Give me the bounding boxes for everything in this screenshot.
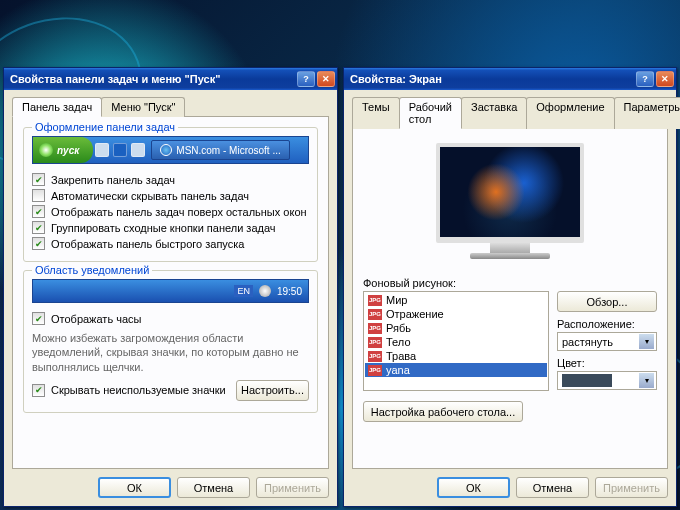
taskbar-checkbox-2[interactable] bbox=[32, 205, 45, 218]
window-title: Свойства панели задач и меню "Пуск" bbox=[10, 73, 295, 85]
background-item-label: Тело bbox=[386, 336, 411, 348]
taskbar-properties-window: Свойства панели задач и меню "Пуск" ? ✕ … bbox=[3, 67, 338, 507]
tab-desktop[interactable]: Рабочий стол bbox=[399, 97, 462, 129]
checkbox-label: Скрывать неиспользуемые значки bbox=[51, 384, 230, 396]
desktop-settings-button[interactable]: Настройка рабочего стола... bbox=[363, 401, 523, 422]
ie-icon bbox=[160, 144, 172, 156]
taskbar-checkbox-1[interactable] bbox=[32, 189, 45, 202]
configure-button[interactable]: Настроить... bbox=[236, 380, 309, 401]
color-swatch bbox=[562, 374, 612, 387]
background-item-label: Мир bbox=[386, 294, 407, 306]
checkbox-label: Закрепить панель задач bbox=[51, 174, 175, 186]
quicklaunch-icon bbox=[131, 143, 145, 157]
ok-button[interactable]: ОК bbox=[98, 477, 171, 498]
window-title: Свойства: Экран bbox=[350, 73, 634, 85]
monitor-preview bbox=[436, 143, 584, 267]
clock-time: 19:50 bbox=[277, 286, 302, 297]
ok-button[interactable]: ОК bbox=[437, 477, 510, 498]
checkbox-label: Отображать часы bbox=[51, 313, 141, 325]
tab-taskbar[interactable]: Панель задач bbox=[12, 97, 102, 117]
hide-unused-checkbox[interactable] bbox=[32, 384, 45, 397]
checkbox-label: Автоматически скрывать панель задач bbox=[51, 190, 249, 202]
background-item[interactable]: JPGТело bbox=[365, 335, 547, 349]
background-label: Фоновый рисунок: bbox=[363, 277, 657, 289]
notification-area-group: Область уведомлений EN 19:50 Отображать … bbox=[23, 270, 318, 413]
color-label: Цвет: bbox=[557, 357, 657, 369]
group-title: Оформление панели задач bbox=[32, 121, 178, 133]
titlebar-right[interactable]: Свойства: Экран ? ✕ bbox=[344, 68, 676, 90]
chevron-down-icon: ▾ bbox=[639, 373, 654, 388]
cancel-button[interactable]: Отмена bbox=[177, 477, 250, 498]
checkbox-label: Отображать панель задач поверх остальных… bbox=[51, 206, 307, 218]
background-item[interactable]: JPGРябь bbox=[365, 321, 547, 335]
apply-button[interactable]: Применить bbox=[256, 477, 329, 498]
background-item[interactable]: JPGyana bbox=[365, 363, 547, 377]
apply-button[interactable]: Применить bbox=[595, 477, 668, 498]
taskbar-preview: пуск MSN.com - Microsoft ... bbox=[32, 136, 309, 164]
taskbar-checkbox-4[interactable] bbox=[32, 237, 45, 250]
color-combo[interactable]: ▾ bbox=[557, 371, 657, 390]
language-indicator: EN bbox=[234, 285, 253, 297]
jpg-icon: JPG bbox=[368, 337, 382, 348]
help-button[interactable]: ? bbox=[636, 71, 654, 87]
tabs-right: Темы Рабочий стол Заставка Оформление Па… bbox=[352, 97, 668, 129]
tab-screensaver[interactable]: Заставка bbox=[461, 97, 527, 129]
position-label: Расположение: bbox=[557, 318, 657, 330]
background-item[interactable]: JPGОтражение bbox=[365, 307, 547, 321]
monitor-screen bbox=[436, 143, 584, 243]
quicklaunch-icon bbox=[95, 143, 109, 157]
display-properties-window: Свойства: Экран ? ✕ Темы Рабочий стол За… bbox=[343, 67, 677, 507]
notification-note: Можно избежать загромождения области уве… bbox=[32, 331, 309, 374]
titlebar-left[interactable]: Свойства панели задач и меню "Пуск" ? ✕ bbox=[4, 68, 337, 90]
jpg-icon: JPG bbox=[368, 295, 382, 306]
background-item[interactable]: JPGМир bbox=[365, 293, 547, 307]
chevron-down-icon: ▾ bbox=[639, 334, 654, 349]
checkbox-label: Группировать сходные кнопки панели задач bbox=[51, 222, 276, 234]
notification-preview: EN 19:50 bbox=[32, 279, 309, 303]
start-button-preview: пуск bbox=[33, 137, 93, 163]
tab-settings[interactable]: Параметры bbox=[614, 97, 680, 129]
background-item-label: yana bbox=[386, 364, 410, 376]
browse-button[interactable]: Обзор... bbox=[557, 291, 657, 312]
tab-themes[interactable]: Темы bbox=[352, 97, 400, 129]
jpg-icon: JPG bbox=[368, 309, 382, 320]
tab-start-menu[interactable]: Меню "Пуск" bbox=[101, 97, 185, 117]
taskbar-item-preview: MSN.com - Microsoft ... bbox=[151, 140, 289, 160]
jpg-icon: JPG bbox=[368, 323, 382, 334]
close-button[interactable]: ✕ bbox=[317, 71, 335, 87]
position-combo[interactable]: растянуть ▾ bbox=[557, 332, 657, 351]
show-clock-checkbox[interactable] bbox=[32, 312, 45, 325]
background-item[interactable]: JPGТрава bbox=[365, 349, 547, 363]
jpg-icon: JPG bbox=[368, 351, 382, 362]
tabs-left: Панель задач Меню "Пуск" bbox=[12, 97, 329, 117]
checkbox-label: Отображать панель быстрого запуска bbox=[51, 238, 244, 250]
tab-appearance[interactable]: Оформление bbox=[526, 97, 614, 129]
quicklaunch-icon bbox=[113, 143, 127, 157]
background-item-label: Отражение bbox=[386, 308, 444, 320]
start-orb-icon bbox=[39, 143, 53, 157]
cancel-button[interactable]: Отмена bbox=[516, 477, 589, 498]
group-title: Область уведомлений bbox=[32, 264, 152, 276]
clock-icon bbox=[259, 285, 271, 297]
background-item-label: Трава bbox=[386, 350, 416, 362]
jpg-icon: JPG bbox=[368, 365, 382, 376]
help-button[interactable]: ? bbox=[297, 71, 315, 87]
taskbar-appearance-group: Оформление панели задач пуск MSN.com - M… bbox=[23, 127, 318, 262]
taskbar-checkbox-0[interactable] bbox=[32, 173, 45, 186]
taskbar-checkbox-3[interactable] bbox=[32, 221, 45, 234]
background-item-label: Рябь bbox=[386, 322, 411, 334]
close-button[interactable]: ✕ bbox=[656, 71, 674, 87]
background-list[interactable]: JPGМирJPGОтражениеJPGРябьJPGТелоJPGТрава… bbox=[363, 291, 549, 391]
